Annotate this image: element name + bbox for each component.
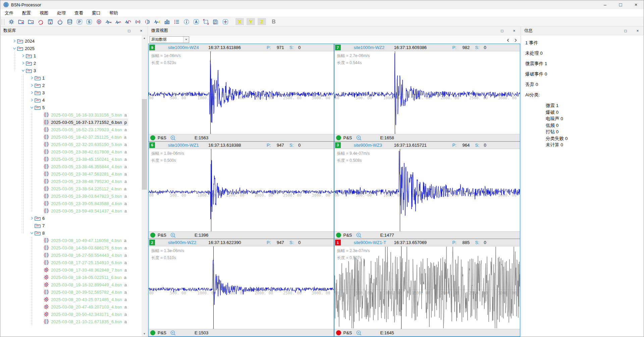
prev-event-button[interactable]: ‹ [507,36,509,43]
database-panel-float-button[interactable]: □ [123,27,135,35]
tree-item[interactable]: 2025-03-08_20-39-52.565782_4.bsna [43,288,128,296]
tree-item[interactable]: 2025-03-08_20-50-42.343171_4.bsna [43,310,128,318]
scroll-up-icon[interactable]: ▲ [142,35,147,41]
zoom-icon[interactable] [170,135,176,142]
tree-row[interactable]: 3 [0,67,142,74]
waveform-chart[interactable]: 振幅 = 2.7e-06m/s长度 = 0.544s00500. 001000.… [334,51,520,134]
redo-icon[interactable] [36,17,45,26]
tree-item[interactable]: 2025-03-05_23-38-46.355844_4.bsna [43,163,128,170]
tree-row[interactable]: 2025-03-08_20-39-52.565782_4.bsna [0,288,142,296]
zoom-icon[interactable] [356,330,362,337]
scroll-down-icon[interactable]: ▼ [142,331,147,337]
tree-scrollbar[interactable]: ▲ ▼ [142,35,147,337]
tree-row[interactable]: 2025-03-05_23-39-03.647823_5.bsna [0,192,142,200]
folder-add-icon[interactable] [16,17,26,26]
toolbar-grip[interactable] [2,19,4,25]
menu-item-1[interactable]: 配置 [18,9,35,17]
tree-item[interactable]: 2025-03-08_10-49-47.116058_4.bsna [43,237,128,244]
tree-row[interactable]: 1 [0,52,142,59]
tree-row[interactable]: 8 [0,229,142,237]
pick-cursor-line[interactable] [211,149,211,232]
zoom-icon[interactable] [170,330,176,337]
zoom-icon[interactable] [170,232,176,239]
arcs-icon[interactable] [143,17,152,26]
menu-item-5[interactable]: 窗口 [88,9,105,17]
tree-item[interactable]: 2024 [17,37,36,45]
chevron-right-icon[interactable] [29,97,35,103]
tree-row[interactable]: 2025-03-05_16-52-23.179923_4.bsna [0,126,142,133]
chevron-down-icon[interactable] [29,105,35,110]
waveform-chart[interactable]: 振幅 = 9.4e-07m/s长度 = 0.508s00500. 001000.… [334,149,520,232]
wave-select-icon[interactable] [152,17,162,26]
tree-item[interactable]: 2025-03-05_23-38-47.563281_4.bsna [43,170,128,178]
tree-item[interactable]: 6 [35,214,46,222]
minimize-button[interactable]: – [597,0,613,9]
p-toggle-icon[interactable]: P [74,17,84,26]
tree-item[interactable]: 2025-03-05_23-38-42.617808_4.bsna [43,148,128,155]
tree-item[interactable]: 2025-03-05_23-39-03.647823_5.bsna [43,192,128,200]
axis-y-button[interactable]: Y [247,18,255,25]
next-event-button[interactable]: › [515,36,517,43]
chevron-right-icon[interactable] [29,90,35,95]
info-panel-float-button[interactable]: □ [620,27,632,35]
tree-item[interactable]: 2025-03-08_18-16-05.022511_6.bsna [43,274,128,281]
menu-item-6[interactable]: 帮助 [105,9,122,17]
tree-item[interactable]: 8 [35,229,46,237]
menu-item-4[interactable]: 查看 [70,9,88,17]
tree-item[interactable]: 2025-03-05_22-32-20.635150_5.bsna [43,141,128,148]
menu-item-3[interactable]: 处理 [53,9,70,17]
tree-row[interactable]: 2025-03-08_20-50-42.343171_4.bsna [0,310,142,318]
tree-item[interactable]: 2025-03-08_19-16-32.899449_4.bsna [43,281,128,288]
tree-item[interactable]: 2025-03-08_17-27-25.154910_6.bsna [43,259,128,266]
tree-row[interactable]: 2025 [0,45,142,52]
tree-item[interactable]: 2025-03-05_16-16-33.313156_5.bsna [43,111,128,118]
tree-item[interactable]: 2025-03-08_14-58-03.686176_6.bsna [43,244,128,251]
tree-item[interactable]: 2025-03-05_23-38-48.795230_4.bsna [43,178,128,185]
folder-remove-icon[interactable] [26,17,36,26]
axis-z-button[interactable]: Z [258,18,266,25]
list-icon[interactable] [172,17,181,26]
save-icon[interactable] [45,17,55,26]
viewer-panel-float-button[interactable]: □ [496,27,508,35]
tree-item[interactable]: 2025-03-05_23-38-45.150241_4.bsna [43,155,128,163]
tree-item[interactable]: 2025-03-05_23-38-54.225112_4.bsna [43,185,128,192]
tree-row[interactable]: 2025-03-08_18-16-05.022511_6.bsna [0,274,142,281]
database-icon[interactable] [65,17,74,26]
tree-row[interactable]: 2025-03-08_17-27-25.154910_6.bsna [0,259,142,266]
pick-cursor-line[interactable] [210,51,211,134]
s-toggle-icon[interactable]: S [84,17,94,26]
tree-row[interactable]: 2025-03-05_16-37-13.771552_6.bsnp [0,118,142,126]
vibration-icon[interactable] [133,17,143,26]
tree-item[interactable]: 2025-03-08_17-33-48.362848_7.bsna [43,266,128,274]
info-icon[interactable] [181,17,191,26]
tree-row[interactable]: 6 [0,214,142,222]
wave-pick-icon[interactable] [104,17,113,26]
tree-item[interactable]: 2025-03-05_23-39-05.843588_4.bsna [43,200,128,207]
tree-item[interactable]: 3 [26,67,37,74]
pick-cursor-line[interactable] [213,246,214,329]
chevron-right-icon[interactable] [29,75,35,81]
chevron-right-icon[interactable] [29,83,35,88]
data-source-select[interactable]: 原始数据 ▼ [150,36,189,43]
tree-row[interactable]: 2025-03-05_22-32-20.635150_5.bsna [0,141,142,148]
waveform-chart[interactable]: 振幅 = 1e-06m/s长度 = 0.523s00500. 001000. 0… [149,51,334,134]
tree-row[interactable]: 2025-03-05_23-38-48.795230_4.bsna [0,178,142,185]
chevron-right-icon[interactable] [20,53,26,58]
tree-item[interactable]: 2025-03-08_16-27-50.554443_4.bsna [43,251,128,259]
tree-row[interactable]: 2025-03-05_23-38-46.355844_4.bsna [0,163,142,170]
report-icon[interactable] [211,17,220,26]
tree-row[interactable]: 2025-03-05_23-38-45.150241_4.bsna [0,155,142,163]
tree-item[interactable]: 1 [26,52,37,59]
chevron-down-icon[interactable] [20,68,26,73]
info-panel-close-button[interactable]: × [632,27,644,35]
pick-cursor-line[interactable] [400,149,400,232]
tree-item[interactable]: 2025-03-08_21-10-21.671835_6.bsna [43,318,128,325]
tree-item[interactable]: 2025-03-05_23-59-49.541437_4.bsna [43,207,128,214]
chevron-right-icon[interactable] [29,215,35,221]
auto-a-icon[interactable]: A [191,17,201,26]
tree-item[interactable]: 2025-03-08_20-43-25.971485_4.bsna [43,296,128,303]
tree-item[interactable]: 2 [35,82,46,89]
waveform-chart[interactable]: 振幅 = 1.8e-06m/s长度 = 0.500s00500. 001000.… [149,149,334,232]
chevron-down-icon[interactable] [12,46,17,51]
tree-item[interactable]: 7 [35,222,46,229]
